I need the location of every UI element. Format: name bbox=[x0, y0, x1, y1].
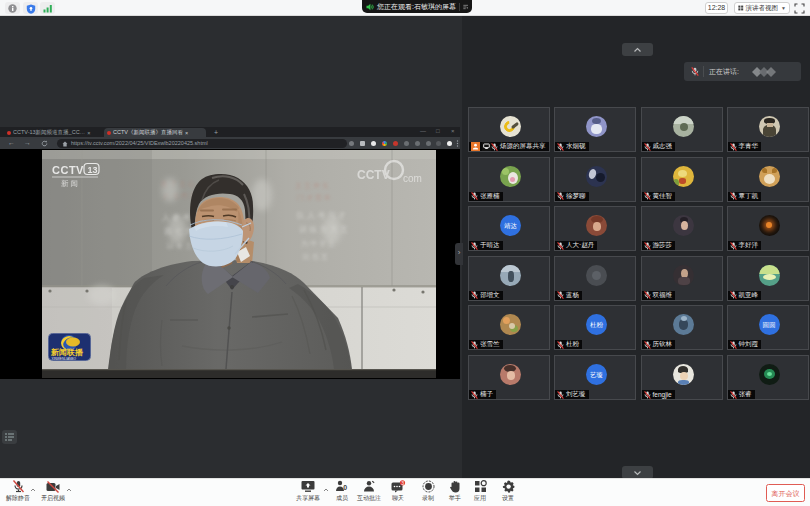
svg-text:3: 3 bbox=[401, 480, 404, 486]
svg-text:CCTV: CCTV bbox=[52, 164, 84, 176]
svg-text:比 也 五: 比 也 五 bbox=[303, 253, 328, 260]
svg-text:新闻联播: 新闻联播 bbox=[50, 347, 84, 357]
svg-text:CCTV: CCTV bbox=[357, 168, 390, 182]
svg-text:队 人 考 与 才: 队 人 考 与 才 bbox=[297, 211, 346, 220]
svg-text:0: 0 bbox=[343, 484, 347, 491]
svg-text:XINWENLIANBO: XINWENLIANBO bbox=[52, 357, 77, 361]
svg-text:13: 13 bbox=[88, 165, 98, 175]
svg-text:又 立 并 戈: 又 立 并 戈 bbox=[295, 182, 329, 190]
svg-text:门 才 首 丰: 门 才 首 丰 bbox=[297, 194, 331, 202]
svg-text:新 闻: 新 闻 bbox=[61, 179, 78, 188]
svg-text:com: com bbox=[403, 173, 422, 184]
